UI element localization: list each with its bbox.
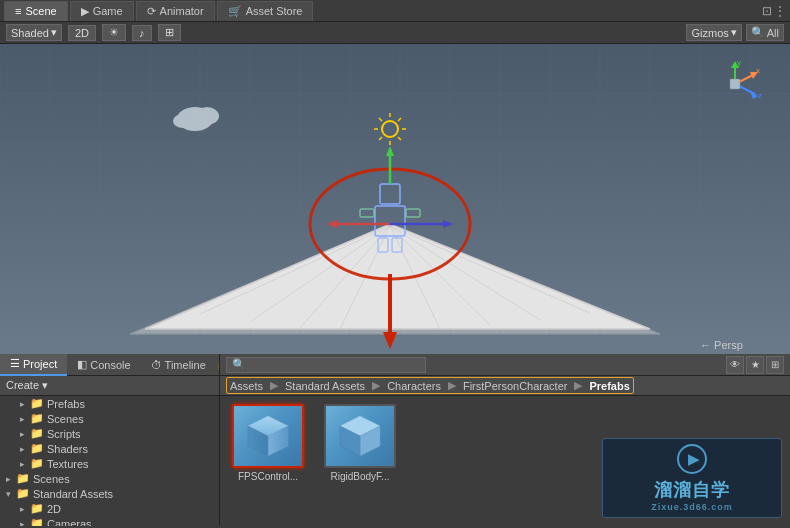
- folder-icon-scenes: 📁: [30, 412, 44, 425]
- shaded-dropdown[interactable]: Shaded ▾: [6, 24, 62, 41]
- tree-item-shaders[interactable]: ▸ 📁 Shaders: [0, 441, 219, 456]
- scene-view: y x z ← Persp: [0, 44, 790, 354]
- 2d-button[interactable]: 2D: [68, 25, 96, 41]
- tree-label-shaders: Shaders: [47, 443, 88, 455]
- star-btn[interactable]: ★: [746, 356, 764, 374]
- game-tab-label: Game: [93, 5, 123, 17]
- play-circle-icon: ▶: [677, 444, 707, 474]
- bottom-panel: ☰ Project ◧ Console ⏱ Timeline 🔒 👁 ⋮ Cre…: [0, 354, 790, 526]
- tree-label-cameras: Cameras: [47, 518, 92, 527]
- scene-tab-label: Scene: [25, 5, 56, 17]
- svg-point-61: [173, 114, 193, 128]
- eye-toggle-btn[interactable]: 👁: [726, 356, 744, 374]
- folder-icon-prefabs: 📁: [30, 397, 44, 410]
- animator-tab-label: Animator: [160, 5, 204, 17]
- watermark-title: 溜溜自学: [654, 478, 730, 502]
- svg-point-60: [195, 107, 219, 125]
- create-button[interactable]: Create ▾: [0, 376, 219, 396]
- console-icon: ◧: [77, 358, 87, 371]
- fx-btn[interactable]: ⊞: [158, 24, 181, 41]
- svg-text:← Persp: ← Persp: [700, 339, 743, 351]
- tree-label-scenes: Scenes: [47, 413, 84, 425]
- tree-item-2d[interactable]: ▸ 📁 2D: [0, 501, 219, 516]
- asset-thumb-rigidbody: [324, 404, 396, 468]
- svg-text:z: z: [758, 91, 762, 100]
- sidebar-header: ☰ Project ◧ Console ⏱ Timeline 🔒 👁 ⋮: [0, 354, 219, 376]
- store-tab-label: Asset Store: [246, 5, 303, 17]
- search-box[interactable]: 🔍: [226, 357, 426, 373]
- scene-background: y x z ← Persp: [0, 44, 790, 354]
- tree-label-textures: Textures: [47, 458, 89, 470]
- watermark-logo: ▶ 溜溜自学 Zixue.3d66.com: [602, 438, 782, 518]
- breadcrumb-first-person[interactable]: FirstPersonCharacter: [463, 380, 568, 392]
- folder-icon-shaders: 📁: [30, 442, 44, 455]
- fx-icon: ⊞: [165, 26, 174, 39]
- breadcrumb-bar: Assets ▶ Standard Assets ▶ Characters ▶ …: [220, 376, 790, 396]
- eye-icon-btn: 👁: [730, 359, 740, 370]
- tree-item-standard-assets[interactable]: ▾ 📁 Standard Assets: [0, 486, 219, 501]
- folder-icon-scenes2: 📁: [16, 472, 30, 485]
- folder-icon-2d: 📁: [30, 502, 44, 515]
- lighting-btn[interactable]: ☀: [102, 24, 126, 41]
- tree-item-textures[interactable]: ▸ 📁 Textures: [0, 456, 219, 471]
- breadcrumb-assets[interactable]: Assets: [230, 380, 263, 392]
- breadcrumb-prefabs[interactable]: Prefabs: [589, 380, 629, 392]
- folder-icon-cameras: 📁: [30, 517, 44, 526]
- animator-tab-icon: ⟳: [147, 5, 156, 18]
- all-dropdown[interactable]: 🔍 All: [746, 24, 784, 41]
- gizmos-label: Gizmos: [691, 27, 728, 39]
- tree-item-prefabs[interactable]: ▸ 📁 Prefabs: [0, 396, 219, 411]
- watermark-subtitle: Zixue.3d66.com: [651, 502, 733, 512]
- content-area: 🔍 👁 ★ ⊞ Assets ▶ Standard Assets: [220, 354, 790, 526]
- tree-label-prefabs: Prefabs: [47, 398, 85, 410]
- console-tab-label: Console: [90, 359, 130, 371]
- game-tab-icon: ▶: [81, 5, 89, 18]
- tab-console[interactable]: ◧ Console: [67, 354, 140, 376]
- search-input[interactable]: [249, 359, 420, 371]
- tree-item-cameras[interactable]: ▸ 📁 Cameras: [0, 516, 219, 526]
- top-tab-bar: ≡ Scene ▶ Game ⟳ Animator 🛒 Asset Store …: [0, 0, 790, 22]
- shaded-label: Shaded: [11, 27, 49, 39]
- svg-rect-71: [730, 79, 740, 89]
- audio-icon: ♪: [139, 27, 145, 39]
- tab-project[interactable]: ☰ Project: [0, 354, 67, 376]
- filter-icon: ⊞: [771, 359, 779, 370]
- maximize-icon[interactable]: ⊡: [762, 4, 772, 18]
- tab-scene[interactable]: ≡ Scene: [4, 1, 68, 21]
- star-icon: ★: [751, 359, 760, 370]
- asset-item-rigidbody[interactable]: RigidBodyF...: [320, 404, 400, 482]
- scene-toolbar: Shaded ▾ 2D ☀ ♪ ⊞ Gizmos ▾ 🔍 All: [0, 22, 790, 44]
- folder-icon-standard-assets: 📁: [16, 487, 30, 500]
- tree-label-2d: 2D: [47, 503, 61, 515]
- asset-thumb-fps: [232, 404, 304, 468]
- lighting-icon: ☀: [109, 26, 119, 39]
- timeline-icon: ⏱: [151, 359, 162, 371]
- breadcrumb-characters[interactable]: Characters: [387, 380, 441, 392]
- tree-item-scenes[interactable]: ▸ 📁 Scenes: [0, 411, 219, 426]
- svg-text:y: y: [737, 58, 741, 67]
- tab-animator[interactable]: ⟳ Animator: [136, 1, 215, 21]
- scene-tab-icon: ≡: [15, 5, 21, 17]
- asset-item-fps[interactable]: FPSControl...: [228, 404, 308, 482]
- gizmos-dropdown[interactable]: Gizmos ▾: [686, 24, 741, 41]
- asset-label-fps: FPSControl...: [238, 471, 298, 482]
- project-tab-label: Project: [23, 358, 57, 370]
- tree-label-scripts: Scripts: [47, 428, 81, 440]
- top-right-icons: ⊡ ⋮: [762, 4, 786, 18]
- gizmos-area: Gizmos ▾ 🔍 All: [686, 24, 784, 41]
- filter-btn[interactable]: ⊞: [766, 356, 784, 374]
- sidebar: ☰ Project ◧ Console ⏱ Timeline 🔒 👁 ⋮ Cre…: [0, 354, 220, 526]
- search-icon-small: 🔍: [751, 26, 765, 39]
- svg-text:x: x: [756, 66, 760, 75]
- more-icon[interactable]: ⋮: [774, 4, 786, 18]
- breadcrumb-standard-assets[interactable]: Standard Assets: [285, 380, 365, 392]
- tab-game[interactable]: ▶ Game: [70, 1, 134, 21]
- 2d-label: 2D: [75, 27, 89, 39]
- tree-item-scripts[interactable]: ▸ 📁 Scripts: [0, 426, 219, 441]
- tab-timeline[interactable]: ⏱ Timeline: [141, 354, 216, 376]
- audio-btn[interactable]: ♪: [132, 25, 152, 41]
- tree-label-standard-assets: Standard Assets: [33, 488, 113, 500]
- tree-item-scenes2[interactable]: ▸ 📁 Scenes: [0, 471, 219, 486]
- search-icon: 🔍: [232, 358, 246, 371]
- tab-asset-store[interactable]: 🛒 Asset Store: [217, 1, 314, 21]
